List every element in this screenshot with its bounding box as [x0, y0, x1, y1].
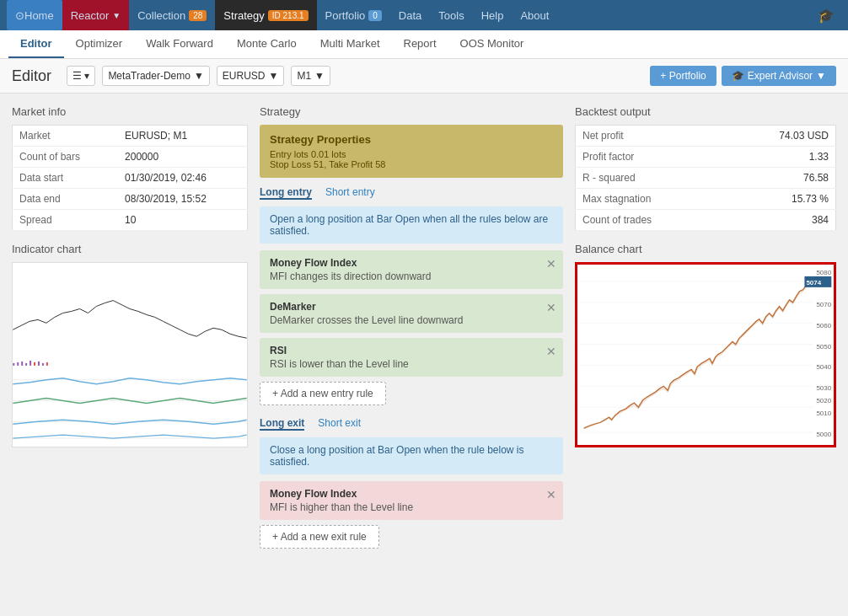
backtest-row: R - squared76.58 — [576, 168, 836, 189]
left-column: Market info MarketEURUSD; M1Count of bar… — [12, 105, 248, 597]
remove-entry-rule-button[interactable]: ✕ — [546, 345, 556, 358]
timeframe-value: M1 — [297, 70, 311, 82]
market-info-row: Data start01/30/2019, 02:46 — [13, 168, 248, 189]
svg-text:5030: 5030 — [816, 384, 831, 392]
nav-reactor[interactable]: Reactor ▼ — [62, 0, 129, 30]
svg-rect-7 — [30, 361, 31, 366]
market-info-row: Spread10 — [13, 210, 248, 231]
entry-rule-description: DeMarker crosses the Level line downward — [270, 314, 553, 326]
backtest-label: R - squared — [576, 168, 723, 189]
market-info-table: MarketEURUSD; M1Count of bars200000Data … — [12, 125, 248, 231]
tab-report[interactable]: Report — [392, 30, 448, 58]
open-position-description: Open a long position at Bar Open when al… — [260, 206, 563, 244]
right-column: Backtest output Net profit74.03 USDProfi… — [575, 105, 836, 597]
exit-rule-title: Money Flow Index — [270, 488, 553, 500]
timeframe-arrow: ▼ — [314, 70, 325, 82]
tab-oos-monitor[interactable]: OOS Monitor — [448, 30, 536, 58]
strategy-properties-box[interactable]: Strategy Properties Entry lots 0.01 lots… — [260, 125, 563, 178]
backtest-value: 1.33 — [723, 147, 836, 168]
tab-editor[interactable]: Editor — [8, 30, 64, 58]
expert-advisor-label: Expert Advisor — [748, 70, 813, 82]
svg-rect-11 — [46, 362, 48, 366]
remove-entry-rule-button[interactable]: ✕ — [546, 301, 556, 314]
top-nav: ⊙ Home Reactor ▼ Collection 28 Strategy … — [0, 0, 848, 30]
reactor-dropdown-arrow: ▼ — [112, 11, 121, 20]
balance-chart: 5080 5074 5070 5060 5050 5040 5030 5020 … — [575, 262, 836, 447]
nav-home[interactable]: ⊙ Home — [7, 0, 62, 30]
exit-rules-container: Money Flow Index MFI is higher than the … — [260, 481, 563, 520]
indicator-chart-title: Indicator chart — [12, 243, 248, 255]
platform-arrow: ▼ — [194, 70, 204, 82]
exit-tabs: Long exit Short exit — [260, 417, 563, 431]
long-exit-tab[interactable]: Long exit — [260, 417, 304, 431]
market-info-title: Market info — [12, 105, 248, 118]
entry-rule-card[interactable]: Money Flow Index MFI changes its directi… — [260, 250, 563, 289]
entry-rule-title: DeMarker — [270, 301, 553, 313]
entry-rules-container: Money Flow Index MFI changes its directi… — [260, 250, 563, 377]
indicator-chart — [12, 262, 248, 447]
tab-multi-market[interactable]: Multi Market — [309, 30, 392, 58]
market-info-value: 10 — [118, 210, 247, 231]
backtest-value: 74.03 USD — [723, 126, 836, 147]
entry-rule-card[interactable]: DeMarker DeMarker crosses the Level line… — [260, 294, 563, 333]
middle-column: Strategy Strategy Properties Entry lots … — [260, 105, 563, 597]
market-info-value: EURUSD; M1 — [118, 126, 247, 147]
tab-walk-forward[interactable]: Walk Forward — [134, 30, 225, 58]
exit-section: Long exit Short exit Close a long positi… — [260, 417, 563, 549]
timeframe-selector[interactable]: M1 ▼ — [291, 66, 330, 86]
nav-portfolio[interactable]: Portfolio 0 — [317, 0, 390, 30]
expert-advisor-button[interactable]: 🎓 Expert Advisor ▼ — [722, 66, 836, 86]
collection-count-badge: 28 — [189, 10, 207, 21]
strategy-properties-title: Strategy Properties — [270, 133, 553, 146]
entry-rule-card[interactable]: RSI RSI is lower than the Level line ✕ — [260, 338, 563, 377]
market-info-row: MarketEURUSD; M1 — [13, 126, 248, 147]
platform-selector[interactable]: MetaTrader-Demo ▼ — [102, 66, 209, 86]
svg-text:5010: 5010 — [816, 410, 831, 417]
main-content: Market info MarketEURUSD; M1Count of bar… — [0, 94, 848, 608]
entry-rule-description: RSI is lower than the Level line — [270, 358, 553, 370]
nav-tools[interactable]: Tools — [430, 0, 472, 30]
svg-rect-3 — [13, 363, 14, 366]
remove-entry-rule-button[interactable]: ✕ — [546, 257, 556, 271]
market-info-label: Count of bars — [13, 147, 119, 168]
strategy-id-badge: ID 213.1 — [268, 10, 309, 21]
editor-title: Editor — [12, 67, 51, 85]
balance-chart-title: Balance chart — [575, 243, 836, 255]
backtest-value: 384 — [723, 210, 836, 231]
portfolio-button[interactable]: + Portfolio — [650, 66, 716, 86]
nav-collection[interactable]: Collection 28 — [129, 0, 215, 30]
svg-text:5050: 5050 — [816, 343, 831, 351]
exit-rule-card[interactable]: Money Flow Index MFI is higher than the … — [260, 481, 563, 520]
close-position-description: Close a long position at Bar Open when t… — [260, 437, 563, 474]
hamburger-menu[interactable]: ☰ ▾ — [67, 66, 95, 86]
indicator-chart-svg — [13, 263, 247, 447]
nav-strategy[interactable]: Strategy ID 213.1 — [215, 0, 316, 30]
remove-exit-rule-button[interactable]: ✕ — [546, 488, 556, 501]
svg-text:5040: 5040 — [816, 363, 831, 371]
short-exit-tab[interactable]: Short exit — [318, 417, 361, 431]
long-entry-tab[interactable]: Long entry — [260, 186, 312, 200]
market-info-row: Data end08/30/2019, 15:52 — [13, 189, 248, 210]
entry-rule-description: MFI changes its direction downward — [270, 271, 553, 282]
nav-about[interactable]: About — [512, 0, 557, 30]
backtest-value: 15.73 % — [723, 189, 836, 210]
currency-selector[interactable]: EURUSD ▼ — [217, 66, 285, 86]
backtest-row: Count of trades384 — [576, 210, 836, 231]
add-entry-rule-button[interactable]: + Add a new entry rule — [260, 382, 386, 405]
nav-data-label: Data — [399, 9, 421, 22]
market-info-label: Market — [13, 126, 119, 147]
nav-reactor-label: Reactor — [71, 9, 110, 22]
market-info-label: Data start — [13, 168, 119, 189]
market-info-label: Data end — [13, 189, 119, 210]
expert-advisor-arrow: ▼ — [816, 70, 826, 82]
tab-optimizer[interactable]: Optimizer — [64, 30, 135, 58]
market-info-value: 08/30/2019, 15:52 — [118, 189, 247, 210]
nav-data[interactable]: Data — [390, 0, 430, 30]
tab-monte-carlo[interactable]: Monte Carlo — [225, 30, 309, 58]
add-exit-rule-button[interactable]: + Add a new exit rule — [260, 525, 379, 549]
platform-value: MetaTrader-Demo — [108, 70, 191, 82]
nav-help[interactable]: Help — [473, 0, 513, 30]
svg-text:5070: 5070 — [816, 301, 831, 308]
short-entry-tab[interactable]: Short entry — [325, 186, 375, 200]
svg-text:5060: 5060 — [816, 322, 831, 329]
